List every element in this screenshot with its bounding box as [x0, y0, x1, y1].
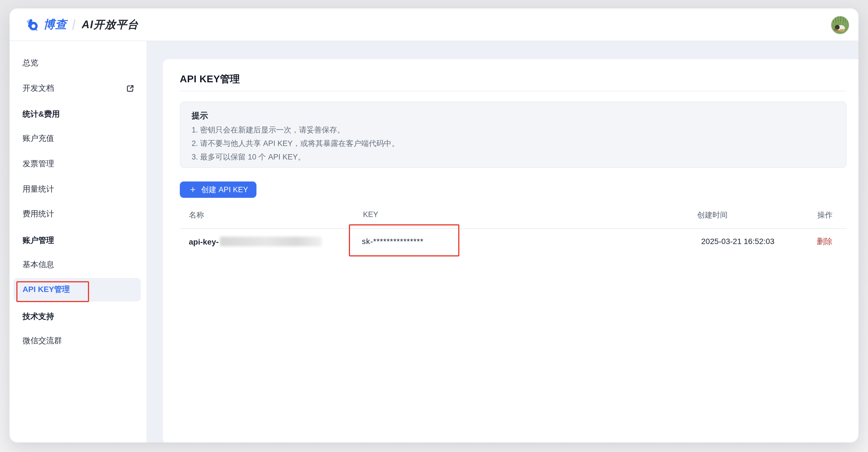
sidebar-item-docs[interactable]: 开发文档 [13, 77, 141, 100]
column-header-action: 操作 [817, 210, 833, 220]
column-header-created: 创建时间 [697, 210, 727, 220]
platform-name: AI开放平台 [82, 17, 138, 32]
sidebar-section-support: 技术支持 [13, 305, 141, 329]
tip-line-3: 3. 最多可以保留 10 个 API KEY。 [192, 152, 306, 162]
sidebar-section-account: 账户管理 [13, 229, 141, 253]
redacted-name-blur [220, 237, 322, 246]
tip-title: 提示 [192, 110, 208, 121]
create-api-key-button[interactable]: ＋ 创建 API KEY [180, 182, 257, 198]
screen: 博查 AI开放平台 [0, 0, 868, 452]
brand-name: 博查 [43, 17, 67, 32]
external-link-icon [126, 85, 134, 92]
desktop-background: 博查 AI开放平台 [0, 0, 868, 452]
sidebar-item-usage-stats[interactable]: 用量统计 [13, 177, 141, 201]
brand-divider [72, 19, 75, 30]
created-at-cell: 2025-03-21 16:52:03 [701, 237, 774, 246]
sidebar-item-api-key[interactable]: API KEY管理 [13, 278, 141, 301]
sidebar-item-wechat-group[interactable]: 微信交流群 [13, 329, 141, 353]
create-api-key-label: 创建 API KEY [201, 185, 248, 195]
sidebar-item-recharge[interactable]: 账户充值 [13, 127, 141, 151]
delete-link[interactable]: 删除 [817, 237, 833, 247]
table-header-divider [180, 228, 846, 229]
sidebar-item-overview[interactable]: 总览 [13, 51, 141, 75]
api-key-value-cell: sk-*************** [362, 237, 424, 246]
page-title: API KEY管理 [180, 72, 240, 86]
title-divider [180, 91, 846, 91]
column-header-name: 名称 [189, 210, 204, 220]
column-header-key: KEY [363, 210, 378, 219]
tip-box: 提示 1. 密钥只会在新建后显示一次，请妥善保存。 2. 请不要与他人共享 AP… [180, 101, 846, 168]
sidebar-section-stats-billing: 统计&费用 [13, 103, 141, 126]
content-card: API KEY管理 提示 1. 密钥只会在新建后显示一次，请妥善保存。 2. 请… [163, 59, 859, 443]
user-avatar[interactable] [831, 16, 849, 34]
tip-line-1: 1. 密钥只会在新建后显示一次，请妥善保存。 [192, 125, 345, 135]
plus-icon: ＋ [188, 185, 197, 194]
bocha-logo-icon [25, 17, 39, 32]
sidebar-item-invoices[interactable]: 发票管理 [13, 152, 141, 176]
api-key-name-prefix: api-key- [189, 237, 219, 246]
top-bar: 博查 AI开放平台 [9, 8, 859, 41]
sidebar-item-cost-stats[interactable]: 费用统计 [13, 202, 141, 226]
sidebar: 总览 开发文档 统计&费用 账户充值 发票管理 [9, 41, 147, 443]
main-area: API KEY管理 提示 1. 密钥只会在新建后显示一次，请妥善保存。 2. 请… [147, 41, 859, 443]
tip-line-2: 2. 请不要与他人共享 API KEY，或将其暴露在客户端代码中。 [192, 139, 399, 149]
brand-home-link[interactable]: 博查 AI开放平台 [25, 8, 138, 40]
api-key-name-cell: api-key- [189, 237, 322, 246]
sidebar-item-basic-info[interactable]: 基本信息 [13, 253, 141, 277]
app-window: 博查 AI开放平台 [9, 8, 859, 443]
body-row: 总览 开发文档 统计&费用 账户充值 发票管理 [9, 41, 859, 443]
